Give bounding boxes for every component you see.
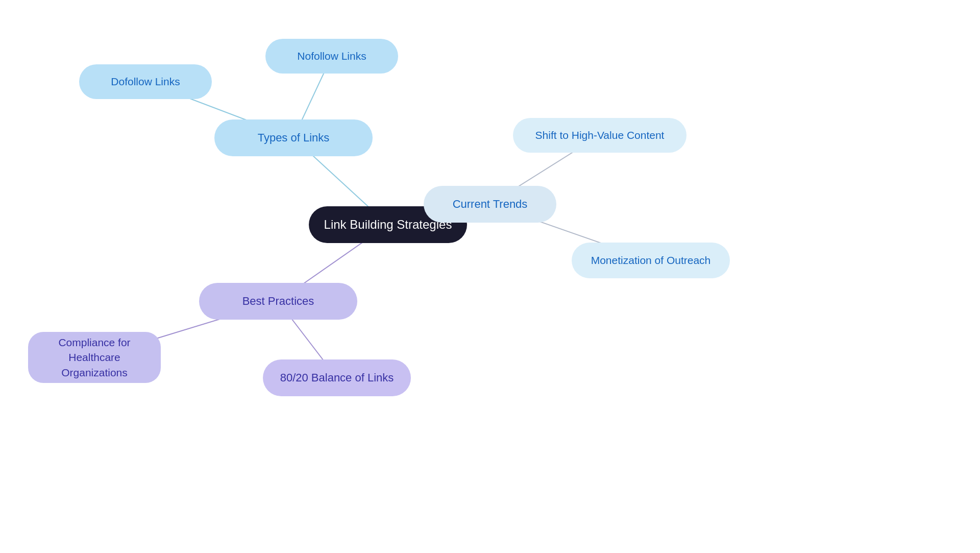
dofollow-links-node[interactable]: Dofollow Links — [79, 64, 212, 99]
current-trends-node[interactable]: Current Trends — [424, 186, 556, 223]
types-of-links-node[interactable]: Types of Links — [214, 119, 373, 156]
shift-high-value-node[interactable]: Shift to High-Value Content — [513, 118, 687, 153]
nofollow-links-node[interactable]: Nofollow Links — [265, 39, 398, 74]
monetization-outreach-node[interactable]: Monetization of Outreach — [572, 243, 730, 278]
best-practices-node[interactable]: Best Practices — [199, 283, 357, 320]
balance-8020-node[interactable]: 80/20 Balance of Links — [263, 359, 411, 396]
compliance-healthcare-node[interactable]: Compliance for Healthcare Organizations — [28, 332, 161, 383]
